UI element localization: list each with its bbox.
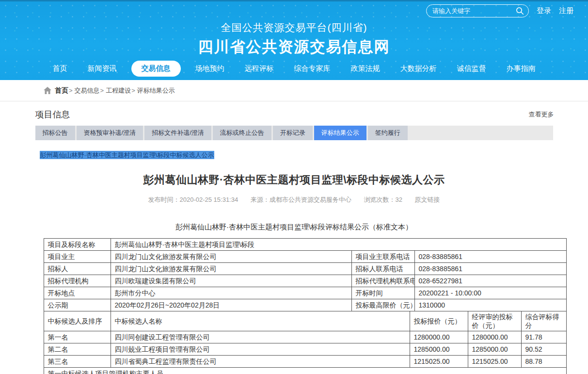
- footer-cell: 第一中标候选人项目管理机构主要人员: [44, 368, 566, 374]
- breadcrumb-separator: >: [69, 87, 73, 94]
- candidates-header-row: 中标候选人及排序 中标候选人名称 投标报价（元） 经评审的投标价（元） 综合评标…: [44, 311, 566, 331]
- cell-value: 20200221 - 10:00:00: [414, 287, 566, 299]
- search-icon[interactable]: [516, 7, 524, 15]
- cell-label: 项目业主: [44, 251, 111, 263]
- cell-value: 028-65227981: [414, 275, 566, 287]
- section-title: 项目信息: [35, 109, 70, 120]
- table-row: 项目及标段名称 彭州葛仙山林野·杏林中医主题村项目监理\标段: [44, 239, 566, 251]
- cell-name: 四川兢业工程项目管理有限公司: [111, 343, 410, 356]
- cell-label: 开标时间: [351, 287, 414, 299]
- cell-score: 90.52: [521, 343, 566, 356]
- table-row: 招标代理机构 四川欧瑞建设集团有限公司 招标代理机构联系电话 028-65227…: [44, 275, 566, 287]
- cell-value: 彭州葛仙山林野·杏林中医主题村项目监理\标段: [111, 239, 566, 251]
- view-count: 浏览次数：32: [364, 196, 402, 203]
- home-icon[interactable]: [44, 87, 51, 94]
- breadcrumb-separator: >: [131, 87, 135, 94]
- cell-value: 1310000: [414, 299, 566, 311]
- candidates-table: 中标候选人及排序 中标候选人名称 投标报价（元） 经评审的投标价（元） 综合评标…: [44, 311, 567, 368]
- view-more-link[interactable]: 查看更多: [529, 110, 554, 119]
- result-list-item: 彭州葛仙山林野·杏林中医主题村项目监理\标段中标候选人公示: [40, 151, 559, 159]
- cell-value: 四川欧瑞建设集团有限公司: [111, 275, 351, 287]
- main-nav: 首页 新闻资讯 交易信息 场地预约 远程评标 综合专家库 政策法规 大数据分析 …: [0, 61, 588, 77]
- nav-item-policies[interactable]: 政策法规: [351, 61, 380, 77]
- cell-rank: 第一名: [44, 331, 111, 343]
- cell-evaluated-price: 1285000.00: [468, 343, 521, 356]
- breadcrumb-engineering[interactable]: 工程建设: [106, 86, 131, 95]
- nav-item-venue-booking[interactable]: 场地预约: [195, 61, 224, 77]
- candidates-footer-table: 第一中标候选人项目管理机构主要人员: [44, 367, 567, 374]
- cell-bid-price: 1285000.00: [410, 343, 468, 356]
- tabs-strip: 招标公告 资格预审补遗/澄清 招标文件补遗/澄清 流标或终止公告 开标记录 评标…: [35, 126, 553, 140]
- tab-bid-document-addendum[interactable]: 招标文件补遗/澄清: [144, 126, 211, 140]
- article-title: 彭州葛仙山林野·杏林中医主题村项目监理\标段中标候选人公示: [30, 173, 559, 187]
- table-row: 招标人 四川龙门山文化旅游发展有限公司 招标人联系电话 028-83885861: [44, 263, 566, 275]
- cell-score: 91.78: [521, 331, 566, 343]
- cell-value: 028-83885861: [414, 251, 566, 263]
- cell-evaluated-price: 1280000.00: [468, 331, 521, 343]
- nav-item-news[interactable]: 新闻资讯: [88, 61, 117, 77]
- nav-item-expert-pool[interactable]: 综合专家库: [294, 61, 331, 77]
- nav-item-remote-evaluation[interactable]: 远程评标: [245, 61, 274, 77]
- register-link[interactable]: 注册: [559, 6, 573, 16]
- cell-name: 四川省蜀典工程监理有限责任公司: [111, 356, 410, 368]
- cell-evaluated-price: 1215025.00: [468, 356, 521, 368]
- login-link[interactable]: 登录: [537, 6, 551, 16]
- project-info-header: 项目信息 查看更多: [30, 101, 559, 126]
- cell-rank: 第三名: [44, 356, 111, 368]
- breadcrumb-result-publicity[interactable]: 评标结果公示: [137, 86, 175, 95]
- cell-value: 四川龙门山文化旅游发展有限公司: [111, 263, 351, 275]
- selected-result-link[interactable]: 彭州葛仙山林野·杏林中医主题村项目监理\标段中标候选人公示: [40, 151, 215, 159]
- cell-label: 招标代理机构联系电话: [351, 275, 414, 287]
- tab-bid-announcement[interactable]: 招标公告: [35, 126, 75, 140]
- cell-name: 四川同创建设工程管理有限公司: [111, 331, 410, 343]
- tab-evaluation-result[interactable]: 评标结果公示: [314, 126, 366, 140]
- breadcrumb-trade-info[interactable]: 交易信息: [75, 86, 100, 95]
- cell-bid-price: 1280000.00: [410, 331, 468, 343]
- site-header: 登录 注册 全国公共资源交易平台(四川省) 四川省公共资源交易信息网 首页 新闻…: [0, 0, 588, 80]
- table-row: 第一中标候选人项目管理机构主要人员: [44, 368, 566, 374]
- cell-label: 公示期: [44, 299, 111, 311]
- nav-item-integrity[interactable]: 诚信监督: [457, 61, 486, 77]
- candidate-row: 第一名 四川同创建设工程管理有限公司 1280000.00 1280000.00…: [44, 331, 566, 343]
- article-meta: 发布时间：2020-02-25 15:31:34 来源：成都市公共资源交易服务中…: [30, 195, 559, 204]
- cell-bid-price: 1215025.00: [410, 356, 468, 368]
- nav-item-trade-info[interactable]: 交易信息: [131, 61, 181, 77]
- topbar: 登录 注册: [426, 4, 573, 17]
- nav-item-service-guide[interactable]: 办事指南: [507, 61, 536, 77]
- cell-value: 四川龙门山文化旅游发展有限公司: [111, 251, 351, 263]
- cell-label: 投标最高限价（元）: [351, 299, 414, 311]
- search-input[interactable]: [432, 7, 516, 15]
- breadcrumb: 首页 > 交易信息 > 工程建设 > 评标结果公示: [0, 80, 588, 101]
- header-bid-price: 投标报价（元）: [410, 311, 468, 331]
- table-row: 开标地点 彭州市分中心 开标时间 20200221 - 10:00:00: [44, 287, 566, 299]
- site-title: 四川省公共资源交易信息网: [0, 37, 588, 57]
- tab-prequalification-addendum[interactable]: 资格预审补遗/澄清: [77, 126, 143, 140]
- cell-value: 028-83885861: [414, 263, 566, 275]
- cell-label: 项目及标段名称: [44, 239, 111, 251]
- breadcrumb-home[interactable]: 首页: [55, 86, 68, 95]
- table-row: 公示期 2020年02月26日~2020年02月28日 投标最高限价（元） 13…: [44, 299, 566, 311]
- tab-bid-opening-record[interactable]: 开标记录: [273, 126, 313, 140]
- search-box[interactable]: [426, 4, 529, 17]
- cell-label: 项目业主联系电话: [351, 251, 414, 263]
- content-area: 项目信息 查看更多 招标公告 资格预审补遗/澄清 招标文件补遗/澄清 流标或终止…: [30, 101, 559, 374]
- cell-rank: 第二名: [44, 343, 111, 356]
- original-link[interactable]: 原文链接: [415, 196, 440, 203]
- header-name: 中标候选人名称: [111, 311, 410, 331]
- header-rank: 中标候选人及排序: [44, 311, 111, 331]
- cell-label: 招标人: [44, 263, 111, 275]
- candidate-row: 第二名 四川兢业工程项目管理有限公司 1285000.00 1285000.00…: [44, 343, 566, 356]
- result-table-caption: 彭州葛仙山林野·杏林中医主题村项目监理\标段评标结果公示（标准文本）: [30, 223, 559, 232]
- tab-failed-or-terminated[interactable]: 流标或终止公告: [213, 126, 271, 140]
- table-row: 项目业主 四川龙门山文化旅游发展有限公司 项目业主联系电话 028-838858…: [44, 251, 566, 263]
- candidate-row: 第三名 四川省蜀典工程监理有限责任公司 1215025.00 1215025.0…: [44, 356, 566, 368]
- source: 来源：成都市公共资源交易服务中心: [251, 196, 351, 203]
- cell-score: 88.78: [521, 356, 566, 368]
- project-info-table: 项目及标段名称 彭州葛仙山林野·杏林中医主题村项目监理\标段 项目业主 四川龙门…: [44, 238, 567, 311]
- tab-contract-performance[interactable]: 签约履行: [368, 126, 408, 140]
- nav-item-home[interactable]: 首页: [53, 61, 67, 77]
- cell-value: 彭州市分中心: [111, 287, 351, 299]
- header-score: 综合评标得分: [521, 311, 566, 331]
- cell-label: 招标人联系电话: [351, 263, 414, 275]
- nav-item-big-data[interactable]: 大数据分析: [400, 61, 437, 77]
